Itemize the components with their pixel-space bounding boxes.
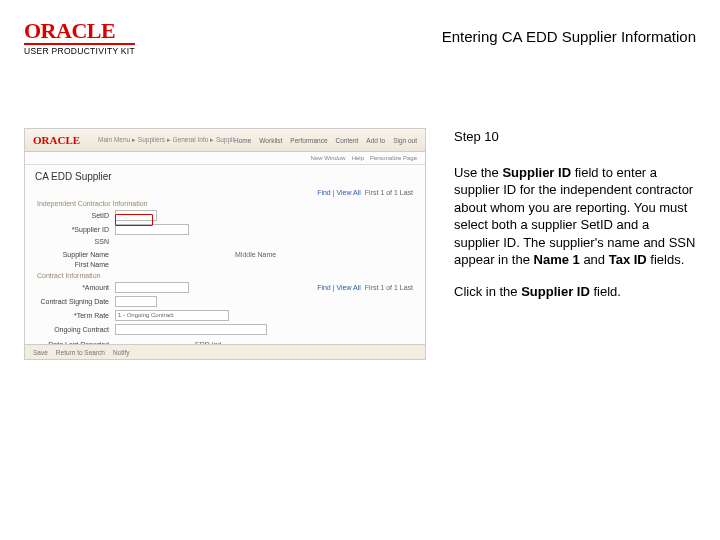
lbl-middle-name: Middle Name: [235, 251, 276, 258]
instruction-p2: Click in the Supplier ID field.: [454, 283, 696, 301]
lbl-ssn: SSN: [37, 238, 109, 245]
toptab[interactable]: Add to: [366, 137, 385, 144]
mini-brand: ORACLE: [33, 134, 80, 146]
section-contract: Contract Information: [37, 272, 413, 279]
app-screenshot: ORACLE Main Menu ▸ Suppliers ▸ General I…: [24, 128, 426, 360]
paging: First 1 of 1 Last: [365, 189, 413, 196]
subnav[interactable]: Personalize Page: [370, 155, 417, 161]
lbl-supplier-name: Supplier Name: [37, 251, 109, 258]
term-rate-input[interactable]: 1 - Ongoing Contract: [115, 310, 229, 321]
highlight-box: [115, 214, 153, 226]
toptab[interactable]: Content: [336, 137, 359, 144]
lbl-ongoing: Ongoing Contract: [37, 326, 109, 333]
breadcrumb: Main Menu ▸ Suppliers ▸ General Info ▸ S…: [98, 136, 234, 144]
toptab[interactable]: Home: [234, 137, 251, 144]
amount-input[interactable]: [115, 282, 189, 293]
subnav[interactable]: Help: [352, 155, 364, 161]
notify-button[interactable]: Notify: [113, 349, 130, 356]
lbl-setid: SetID: [37, 212, 109, 219]
instruction-panel: Step 10 Use the Supplier ID field to ent…: [454, 128, 696, 360]
page-title: Entering CA EDD Supplier Information: [442, 28, 696, 45]
find-view-2[interactable]: Find | View All: [317, 284, 361, 291]
lbl-term-rate: *Term Rate: [37, 312, 109, 319]
save-button[interactable]: Save: [33, 349, 48, 356]
lbl-contract-sd: Contract Signing Date: [37, 298, 109, 305]
lbl-amount: *Amount: [37, 284, 109, 291]
toptab[interactable]: Sign out: [393, 137, 417, 144]
contract-sd-input[interactable]: [115, 296, 157, 307]
find-view[interactable]: Find | View All: [317, 189, 361, 196]
instruction-p1: Use the Supplier ID field to enter a sup…: [454, 164, 696, 269]
paging-2: First 1 of 1 Last: [365, 284, 413, 291]
subnav[interactable]: New Window: [311, 155, 346, 161]
lbl-first-name: First Name: [37, 261, 109, 268]
section-indep: Independent Contractor Information: [37, 200, 413, 207]
return-button[interactable]: Return to Search: [56, 349, 105, 356]
form-title: CA EDD Supplier: [25, 165, 425, 184]
step-label: Step 10: [454, 128, 696, 146]
ongoing-input[interactable]: [115, 324, 267, 335]
toptab[interactable]: Worklist: [259, 137, 282, 144]
toptab[interactable]: Performance: [290, 137, 327, 144]
oracle-upk-logo: ORACLE USER PRODUCTIVITY KIT: [24, 20, 135, 56]
lbl-supplier-id: *Supplier ID: [37, 226, 109, 233]
brand-sub: USER PRODUCTIVITY KIT: [24, 43, 135, 56]
brand-main: ORACLE: [24, 20, 135, 42]
